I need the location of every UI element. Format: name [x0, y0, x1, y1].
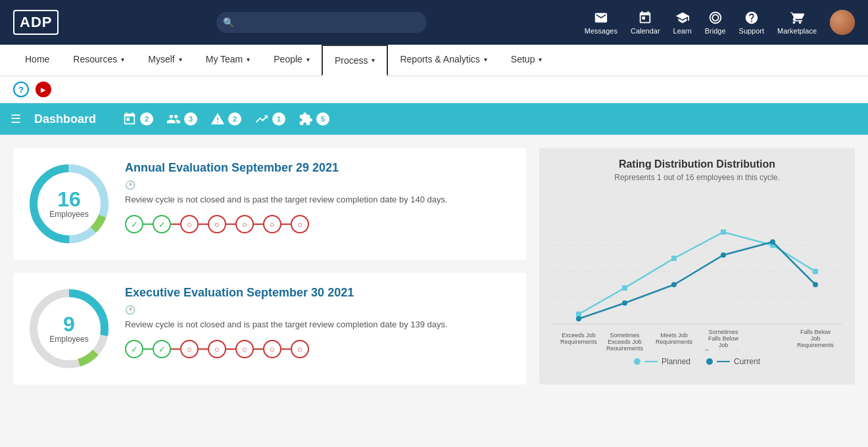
search-input[interactable] — [216, 12, 427, 33]
marketplace-nav-item[interactable]: Marketplace — [777, 11, 817, 35]
eval-clock-1: 🕐 — [125, 180, 513, 190]
support-label: Support — [739, 27, 765, 35]
legend-planned: Planned — [634, 357, 690, 366]
svg-point-21 — [770, 239, 775, 245]
clock-icon: 🕐 — [125, 305, 135, 315]
eval-card-2: 9 Employees Executive Evaluation Septemb… — [13, 273, 526, 385]
svg-text:Requirements: Requirements — [656, 339, 693, 345]
planned-legend-label: Planned — [662, 357, 690, 366]
planned-legend-dot — [634, 358, 640, 365]
rating-chart: Exceeds Job Requirements Sometimes Excee… — [550, 193, 844, 350]
employee-count-2: 9 — [49, 314, 88, 335]
dot-connector — [171, 348, 180, 350]
nav-resources[interactable]: Resources ▾ — [61, 45, 136, 76]
bridge-label: Bridge — [705, 27, 726, 35]
eval-clock-2: 🕐 — [125, 305, 513, 315]
svg-text:Job: Job — [811, 335, 821, 342]
current-legend-dot — [706, 358, 713, 365]
dot-connector — [199, 348, 208, 350]
dashboard-puzzle-button[interactable]: 5 — [299, 112, 329, 126]
nav-process[interactable]: Process ▾ — [322, 45, 389, 76]
svg-text:Falls Below: Falls Below — [800, 329, 831, 335]
chevron-down-icon: ▾ — [121, 56, 124, 63]
svg-point-22 — [813, 282, 818, 287]
video-icon[interactable]: ▶ — [36, 82, 51, 97]
avatar-image — [830, 10, 855, 35]
eval-info-2: Executive Evaluation September 30 2021 🕐… — [125, 286, 513, 358]
svg-rect-11 — [576, 312, 581, 317]
nav-reports[interactable]: Reports & Analytics ▾ — [388, 45, 498, 76]
nav-people[interactable]: People ▾ — [262, 45, 322, 76]
nav-home[interactable]: Home — [13, 45, 61, 76]
dot-connector — [143, 224, 153, 225]
growth-badge: 1 — [272, 112, 285, 126]
svg-point-17 — [576, 316, 581, 321]
help-bar: ? ▶ — [0, 76, 868, 103]
support-nav-item[interactable]: Support — [739, 11, 765, 35]
people-badge: 3 — [184, 112, 197, 126]
dashboard-growth-button[interactable]: 1 — [254, 112, 285, 126]
chevron-down-icon: ▾ — [372, 57, 375, 64]
legend-current: Current — [706, 357, 760, 366]
employee-text-1: Employees — [49, 210, 88, 219]
progress-dot-1: ✓ — [125, 340, 143, 358]
dashboard-bar: ☰ Dashboard 2 3 2 1 5 — [0, 103, 868, 135]
progress-dot-7: ○ — [291, 340, 309, 358]
marketplace-label: Marketplace — [777, 27, 817, 35]
user-avatar[interactable] — [830, 10, 855, 35]
svg-rect-12 — [622, 285, 627, 291]
calendar-nav-item[interactable]: Calendar — [631, 11, 660, 35]
dot-connector — [226, 348, 235, 350]
chevron-down-icon: ▾ — [306, 56, 310, 63]
progress-dot-6: ○ — [263, 215, 281, 233]
dashboard-title: Dashboard — [34, 112, 96, 126]
nav-my-team[interactable]: My Team ▾ — [194, 45, 262, 76]
dashboard-people-button[interactable]: 3 — [166, 112, 197, 126]
alert-badge: 2 — [228, 112, 241, 126]
eval-info-1: Annual Evaluation September 29 2021 🕐 Re… — [125, 161, 513, 233]
progress-dot-3: ○ — [180, 215, 199, 233]
svg-rect-13 — [671, 256, 677, 261]
eval-desc-1: Review cycle is not closed and is past t… — [125, 194, 513, 206]
search-bar-container: 🔍 — [216, 12, 427, 33]
hamburger-menu-icon[interactable]: ☰ — [11, 112, 21, 126]
svg-text:Requirements: Requirements — [705, 348, 742, 350]
bridge-nav-item[interactable]: Bridge — [705, 11, 726, 35]
current-legend-label: Current — [734, 357, 760, 366]
svg-text:Falls Below: Falls Below — [708, 335, 739, 342]
chart-legend: Planned Current — [550, 357, 844, 366]
content-area: 16 Employees Annual Evaluation September… — [0, 135, 868, 398]
help-icon[interactable]: ? — [13, 82, 29, 97]
messages-nav-item[interactable]: Messages — [585, 11, 617, 35]
employee-count-1: 16 — [49, 189, 88, 210]
svg-text:Exceeds Job: Exceeds Job — [562, 332, 596, 339]
progress-dot-2: ✓ — [153, 215, 171, 233]
progress-dot-3: ○ — [180, 340, 199, 358]
eval-title-1[interactable]: Annual Evaluation September 29 2021 — [125, 161, 513, 175]
svg-point-18 — [622, 300, 627, 306]
progress-dot-1: ✓ — [125, 215, 143, 233]
learn-nav-item[interactable]: Learn — [673, 11, 692, 35]
chart-subtitle: Represents 1 out of 16 employees in this… — [550, 173, 844, 182]
dashboard-alert-button[interactable]: 2 — [210, 112, 241, 126]
svg-point-19 — [671, 282, 677, 287]
dashboard-calendar-button[interactable]: 2 — [122, 112, 153, 126]
right-panel: Rating Distribution Distribution Represe… — [539, 148, 855, 385]
chart-title: Rating Distribution Distribution — [550, 158, 844, 170]
eval-title-2[interactable]: Executive Evaluation September 30 2021 — [125, 286, 513, 300]
svg-text:Sometimes: Sometimes — [708, 329, 738, 335]
svg-rect-16 — [813, 269, 818, 274]
calendar-badge: 2 — [140, 112, 153, 126]
dot-connector — [281, 224, 291, 225]
nav-setup[interactable]: Setup ▾ — [499, 45, 554, 76]
progress-dot-5: ○ — [235, 215, 254, 233]
puzzle-badge: 5 — [316, 112, 329, 126]
donut-label-1: 16 Employees — [49, 189, 88, 219]
clock-icon: 🕐 — [125, 180, 135, 190]
progress-dots-1: ✓ ✓ ○ ○ ○ ○ ○ — [125, 215, 513, 233]
calendar-label: Calendar — [631, 27, 660, 35]
chevron-down-icon: ▾ — [539, 56, 542, 63]
planned-legend-line — [644, 361, 658, 362]
nav-myself[interactable]: Myself ▾ — [136, 45, 193, 76]
adp-logo[interactable]: ADP — [13, 10, 59, 35]
